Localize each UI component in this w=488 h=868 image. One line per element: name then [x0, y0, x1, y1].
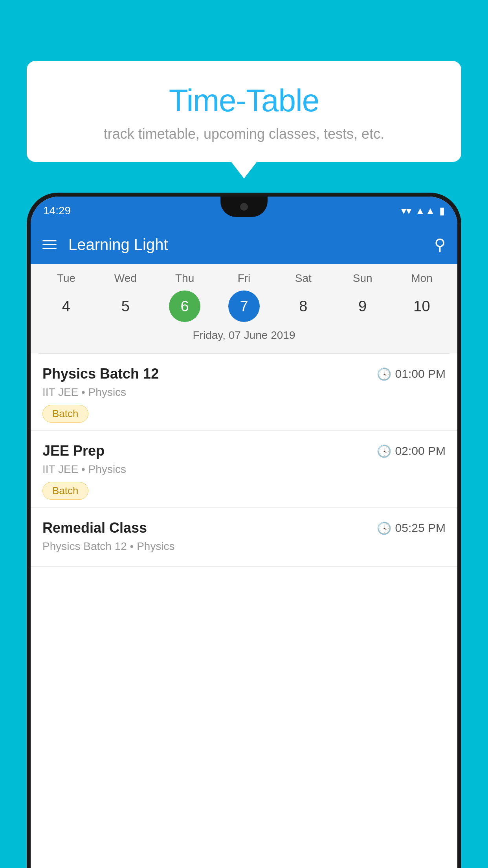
- class-meta-3: Physics Batch 12 • Physics: [42, 540, 446, 553]
- clock-icon-2: 🕓: [377, 444, 391, 458]
- calendar-strip: Tue Wed Thu Fri Sat Sun Mon 4 5 6 7 8 9 …: [31, 264, 457, 353]
- battery-icon: ▮: [439, 205, 445, 217]
- day-9[interactable]: 9: [347, 291, 378, 322]
- day-headers: Tue Wed Thu Fri Sat Sun Mon: [31, 272, 457, 285]
- class-item-header-1: Physics Batch 12 🕓 01:00 PM: [42, 366, 446, 382]
- class-time-2: 🕓 02:00 PM: [377, 444, 446, 458]
- day-8[interactable]: 8: [288, 291, 319, 322]
- day-header-mon: Mon: [406, 272, 437, 285]
- camera-dot: [240, 203, 248, 211]
- day-header-fri: Fri: [228, 272, 260, 285]
- day-header-sun: Sun: [347, 272, 378, 285]
- day-5[interactable]: 5: [110, 291, 141, 322]
- search-icon[interactable]: ⚲: [434, 235, 446, 254]
- class-meta-2: IIT JEE • Physics: [42, 463, 446, 476]
- class-item-header-3: Remedial Class 🕓 05:25 PM: [42, 520, 446, 536]
- class-item-remedial[interactable]: Remedial Class 🕓 05:25 PM Physics Batch …: [31, 508, 457, 567]
- batch-badge-2: Batch: [42, 482, 88, 500]
- day-header-sat: Sat: [288, 272, 319, 285]
- wifi-icon: ▾▾: [401, 205, 411, 217]
- status-icons: ▾▾ ▲▲ ▮: [401, 205, 445, 217]
- phone-frame: 14:29 ▾▾ ▲▲ ▮ Learning Light ⚲: [27, 193, 461, 868]
- clock-icon-3: 🕓: [377, 521, 391, 535]
- selected-date-label: Friday, 07 June 2019: [31, 322, 457, 346]
- class-name-1: Physics Batch 12: [42, 366, 159, 382]
- day-header-tue: Tue: [50, 272, 82, 285]
- day-4[interactable]: 4: [50, 291, 82, 322]
- menu-icon[interactable]: [42, 240, 57, 249]
- class-item-jee-prep[interactable]: JEE Prep 🕓 02:00 PM IIT JEE • Physics Ba…: [31, 431, 457, 508]
- day-numbers: 4 5 6 7 8 9 10: [31, 291, 457, 322]
- clock-icon-1: 🕓: [377, 367, 391, 381]
- day-header-wed: Wed: [110, 272, 141, 285]
- speech-bubble-card: Time-Table track timetable, upcoming cla…: [27, 61, 461, 162]
- time-value-2: 02:00 PM: [395, 444, 446, 458]
- day-7-selected[interactable]: 7: [228, 291, 260, 322]
- app-bar: Learning Light ⚲: [31, 225, 457, 264]
- status-bar: 14:29 ▾▾ ▲▲ ▮: [31, 197, 457, 225]
- phone-screen: 14:29 ▾▾ ▲▲ ▮ Learning Light ⚲: [31, 197, 457, 868]
- status-time: 14:29: [43, 204, 71, 217]
- bubble-subtitle: track timetable, upcoming classes, tests…: [42, 126, 446, 142]
- class-item-physics-batch-12[interactable]: Physics Batch 12 🕓 01:00 PM IIT JEE • Ph…: [31, 354, 457, 431]
- signal-icon: ▲▲: [415, 205, 435, 217]
- class-item-header-2: JEE Prep 🕓 02:00 PM: [42, 443, 446, 459]
- day-6-today[interactable]: 6: [169, 291, 200, 322]
- day-10[interactable]: 10: [406, 291, 437, 322]
- time-value-3: 05:25 PM: [395, 521, 446, 535]
- class-name-3: Remedial Class: [42, 520, 147, 536]
- day-header-thu: Thu: [169, 272, 200, 285]
- phone-inner: 14:29 ▾▾ ▲▲ ▮ Learning Light ⚲: [31, 197, 457, 868]
- class-time-3: 🕓 05:25 PM: [377, 521, 446, 535]
- class-name-2: JEE Prep: [42, 443, 105, 459]
- notch: [220, 197, 268, 217]
- bubble-title: Time-Table: [42, 83, 446, 119]
- class-meta-1: IIT JEE • Physics: [42, 386, 446, 399]
- batch-badge-1: Batch: [42, 405, 88, 423]
- class-time-1: 🕓 01:00 PM: [377, 367, 446, 381]
- app-title: Learning Light: [68, 236, 434, 254]
- time-value-1: 01:00 PM: [395, 367, 446, 381]
